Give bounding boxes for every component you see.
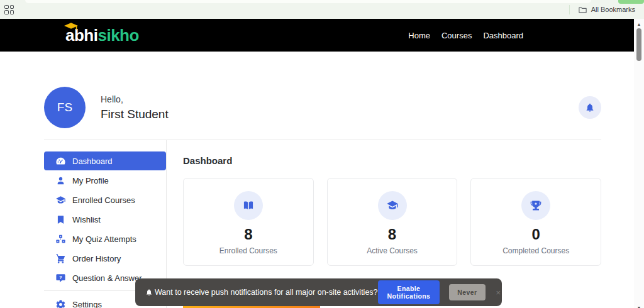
scroll-up-icon[interactable]: ▲ (634, 22, 644, 26)
sidebar-item-label: Enrolled Courses (72, 195, 135, 205)
stat-label: Enrolled Courses (219, 246, 277, 255)
sidebar-item-label: My Quiz Attempts (72, 234, 136, 244)
icon-chip (378, 191, 407, 220)
address-bar-edge (25, 0, 591, 3)
user-name: First Student (101, 107, 169, 121)
bookmarks-separator (569, 5, 570, 14)
folder-icon (578, 5, 587, 14)
bell-icon (145, 289, 153, 296)
apps-grid-icon[interactable] (4, 5, 14, 14)
stat-value: 0 (532, 226, 540, 243)
stat-value: 8 (244, 226, 252, 243)
close-icon[interactable]: × (496, 288, 501, 297)
speedometer-icon (55, 156, 66, 167)
cart-icon (55, 253, 66, 264)
greeting-text: Hello, (101, 94, 169, 104)
graduation-cap-icon (55, 195, 66, 206)
all-bookmarks-label: All Bookmarks (591, 6, 635, 13)
sidebar-item-dashboard[interactable]: Dashboard (44, 151, 166, 170)
stat-cards: 8 Enrolled Courses 8 Active Courses (183, 178, 601, 266)
quiz-grid-icon (55, 234, 66, 245)
sidebar-item-label: Order History (72, 254, 121, 263)
sidebar-item-wishlist[interactable]: Wishlist (44, 210, 166, 229)
scroll-down-icon[interactable]: ▼ (634, 305, 644, 308)
svg-text:?: ? (59, 274, 62, 280)
sidebar-item-label: Dashboard (72, 157, 113, 166)
icon-chip (521, 191, 550, 220)
question-answer-icon: ? (55, 273, 66, 283)
sidebar-item-order-history[interactable]: Order History (44, 249, 166, 268)
notifications-button[interactable] (579, 96, 601, 119)
trophy-icon (530, 199, 542, 212)
toast-message: Want to receive push notifications for a… (155, 288, 378, 297)
active-tab-indicator (618, 0, 644, 4)
bookmark-icon (55, 214, 66, 225)
avatar: FS (44, 87, 86, 128)
profile-row: FS Hello, First Student (44, 87, 601, 128)
site-header: abhisikho Home Courses Dashboard (0, 19, 634, 52)
nav-home[interactable]: Home (408, 31, 430, 40)
greeting-block: Hello, First Student (101, 94, 169, 121)
stat-card-completed-courses: 0 Completed Courses (470, 178, 601, 266)
logo-text-sikho: sikho (97, 26, 138, 45)
push-notification-toast: Want to receive push notifications for a… (135, 278, 502, 306)
graduation-cap-icon (386, 199, 399, 212)
sidebar-item-label: Wishlist (72, 215, 101, 224)
scrollbar-thumb[interactable] (636, 28, 641, 61)
gear-icon (55, 299, 66, 308)
all-bookmarks-button[interactable]: All Bookmarks (569, 5, 635, 14)
stat-card-enrolled-courses: 8 Enrolled Courses (183, 178, 314, 266)
sidebar-item-enrolled-courses[interactable]: Enrolled Courses (44, 190, 166, 209)
nav-dashboard[interactable]: Dashboard (483, 31, 523, 40)
page-title: Dashboard (183, 155, 601, 166)
nav-courses[interactable]: Courses (441, 31, 472, 40)
stat-value: 8 (388, 226, 396, 243)
user-icon (55, 175, 66, 186)
bell-icon (585, 102, 595, 113)
enable-notifications-button[interactable]: Enable Notifications (378, 280, 440, 304)
stat-card-active-courses: 8 Active Courses (327, 178, 458, 266)
sidebar-item-label: My Profile (72, 176, 109, 185)
stat-label: Completed Courses (502, 246, 569, 255)
never-button[interactable]: Never (449, 284, 485, 300)
toast-message-block: Want to receive push notifications for a… (145, 288, 378, 297)
stat-label: Active Courses (367, 246, 418, 255)
sidebar-item-label: Settings (72, 300, 102, 308)
sidebar-item-my-profile[interactable]: My Profile (44, 171, 166, 190)
main-nav: Home Courses Dashboard (408, 31, 523, 40)
site-logo[interactable]: abhisikho (65, 27, 139, 43)
sidebar-item-label: Question & Answer (72, 273, 142, 283)
bookmarks-bar: All Bookmarks (0, 0, 644, 19)
sidebar-item-my-quiz-attempts[interactable]: My Quiz Attempts (44, 229, 166, 248)
scrollbar[interactable]: ▲ ▼ (634, 19, 644, 308)
graduation-cap-logo-icon (64, 22, 79, 30)
toast-actions: Enable Notifications Never × (378, 280, 501, 304)
icon-chip (234, 191, 263, 220)
open-book-icon (242, 199, 255, 212)
